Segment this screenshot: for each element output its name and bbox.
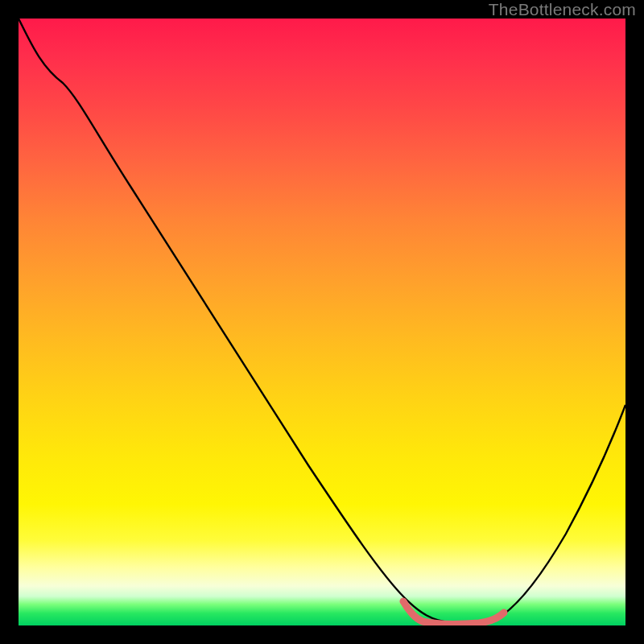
plot-area [19, 19, 625, 625]
curve-path [19, 19, 625, 623]
bottleneck-curve [19, 19, 625, 625]
chart-stage: TheBottleneck.com [0, 0, 644, 644]
minimum-marker [403, 601, 504, 624]
watermark-text: TheBottleneck.com [489, 0, 636, 19]
